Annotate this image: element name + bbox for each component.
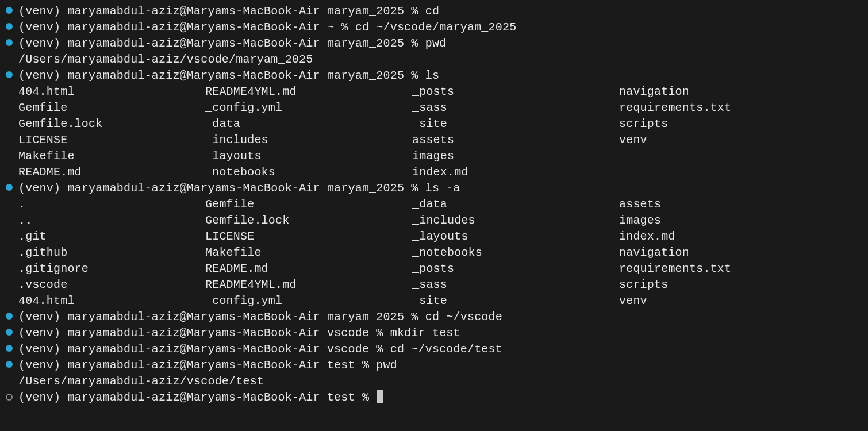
- ls-row: ..Gemfile.lock_includesimages: [18, 213, 868, 229]
- command-text: mkdir test: [390, 326, 460, 340]
- ls-item: venv: [619, 132, 868, 148]
- command-text: pwd: [425, 37, 447, 50]
- ls-row: .vscodeREADME4YML.md_sassscripts: [18, 277, 868, 293]
- ls-row: 404.html_config.yml_sitevenv: [18, 293, 868, 309]
- output-text: /Users/maryamabdul-aziz/vscode/test: [18, 375, 264, 388]
- output-line: /Users/maryamabdul-aziz/vscode/maryam_20…: [0, 52, 868, 68]
- command-line: (venv) maryamabdul-aziz@Maryams-MacBook-…: [0, 68, 868, 84]
- ls-item: _config.yml: [205, 293, 412, 309]
- status-success-icon: [6, 184, 13, 191]
- cursor[interactable]: [377, 390, 383, 403]
- shell-prompt: (venv) maryamabdul-aziz@Maryams-MacBook-…: [18, 5, 425, 18]
- ls-item: requirements.txt: [619, 261, 868, 277]
- ls-row: .gitignoreREADME.md_postsrequirements.tx…: [18, 261, 868, 277]
- ls-item: README4YML.md: [205, 277, 412, 293]
- ls-item: 404.html: [18, 84, 205, 100]
- command-line: (venv) maryamabdul-aziz@Maryams-MacBook-…: [0, 390, 868, 406]
- ls-item: _posts: [412, 84, 619, 100]
- ls-row: 404.htmlREADME4YML.md_postsnavigation: [18, 84, 868, 100]
- ls-item: README.md: [205, 261, 412, 277]
- ls-item: _data: [205, 116, 412, 132]
- ls-item: scripts: [619, 277, 868, 293]
- shell-prompt: (venv) maryamabdul-aziz@Maryams-MacBook-…: [18, 21, 355, 34]
- command-text: cd ~/vscode/maryam_2025: [355, 21, 517, 34]
- ls-item: _posts: [412, 261, 619, 277]
- status-success-icon: [6, 329, 13, 336]
- ls-item: _layouts: [412, 229, 619, 245]
- ls-item: navigation: [619, 84, 868, 100]
- command-text: ls -a: [425, 182, 460, 195]
- ls-row: .Gemfile_dataassets: [18, 197, 868, 213]
- command-line: (venv) maryamabdul-aziz@Maryams-MacBook-…: [0, 3, 868, 20]
- command-line: (venv) maryamabdul-aziz@Maryams-MacBook-…: [0, 36, 868, 52]
- status-success-icon: [6, 39, 13, 46]
- ls-row: Makefile_layoutsimages: [18, 148, 868, 164]
- ls-item: _sass: [412, 277, 619, 293]
- ls-item: scripts: [619, 116, 868, 132]
- ls-item: README.md: [18, 164, 205, 180]
- ls-item: _sass: [412, 100, 619, 116]
- shell-prompt: (venv) maryamabdul-aziz@Maryams-MacBook-…: [18, 343, 390, 356]
- ls-row: Gemfile.lock_data_sitescripts: [18, 116, 868, 132]
- ls-item: requirements.txt: [619, 100, 868, 116]
- ls-item: _site: [412, 293, 619, 309]
- ls-item: images: [619, 213, 868, 229]
- ls-item: _data: [412, 197, 619, 213]
- ls-item: README4YML.md: [205, 84, 412, 100]
- ls-item: assets: [619, 197, 868, 213]
- command-line: (venv) maryamabdul-aziz@Maryams-MacBook-…: [0, 180, 868, 197]
- command-line: (venv) maryamabdul-aziz@Maryams-MacBook-…: [0, 20, 868, 36]
- ls-item: assets: [412, 132, 619, 148]
- status-success-icon: [6, 23, 13, 30]
- ls-item: Gemfile.lock: [18, 116, 205, 132]
- ls-item: navigation: [619, 245, 868, 261]
- shell-prompt: (venv) maryamabdul-aziz@Maryams-MacBook-…: [18, 326, 390, 340]
- command-text: pwd: [376, 359, 397, 372]
- ls-item: images: [412, 148, 619, 164]
- ls-item: index.md: [619, 229, 868, 245]
- ls-item: index.md: [412, 164, 619, 180]
- ls-item: Gemfile: [18, 100, 205, 116]
- command-line: (venv) maryamabdul-aziz@Maryams-MacBook-…: [0, 309, 868, 325]
- shell-prompt: (venv) maryamabdul-aziz@Maryams-MacBook-…: [18, 182, 425, 195]
- command-text: cd ~/vscode: [425, 310, 502, 324]
- status-success-icon: [6, 71, 13, 78]
- shell-prompt: (venv) maryamabdul-aziz@Maryams-MacBook-…: [18, 310, 425, 324]
- shell-prompt: (venv) maryamabdul-aziz@Maryams-MacBook-…: [18, 69, 425, 82]
- ls-row: .githubMakefile_notebooksnavigation: [18, 245, 868, 261]
- ls-item: LICENSE: [205, 229, 412, 245]
- ls-item: _notebooks: [412, 245, 619, 261]
- ls-item: .github: [18, 245, 205, 261]
- status-success-icon: [6, 361, 13, 368]
- ls-row: .gitLICENSE_layoutsindex.md: [18, 229, 868, 245]
- ls-item: LICENSE: [18, 132, 205, 148]
- shell-prompt: (venv) maryamabdul-aziz@Maryams-MacBook-…: [18, 37, 425, 50]
- shell-prompt: (venv) maryamabdul-aziz@Maryams-MacBook-…: [18, 391, 376, 404]
- command-text: cd ~/vscode/test: [390, 343, 502, 356]
- ls-item: .git: [18, 229, 205, 245]
- command-text: ls: [425, 69, 439, 82]
- ls-row: LICENSE_includesassetsvenv: [18, 132, 868, 148]
- ls-row: README.md_notebooksindex.md: [18, 164, 868, 180]
- status-success-icon: [6, 313, 13, 320]
- terminal-output[interactable]: (venv) maryamabdul-aziz@Maryams-MacBook-…: [0, 0, 868, 406]
- ls-row: Gemfile_config.yml_sassrequirements.txt: [18, 100, 868, 116]
- ls-item: _includes: [412, 213, 619, 229]
- ls-item: _site: [412, 116, 619, 132]
- ls-item: venv: [619, 293, 868, 309]
- ls-item: ..: [18, 213, 205, 229]
- ls-item: _layouts: [205, 148, 412, 164]
- ls-item: _config.yml: [205, 100, 412, 116]
- ls-item: [619, 164, 868, 180]
- output-text: /Users/maryamabdul-aziz/vscode/maryam_20…: [18, 53, 313, 66]
- status-success-icon: [6, 345, 13, 352]
- ls-item: _notebooks: [205, 164, 412, 180]
- status-success-icon: [6, 7, 13, 14]
- ls-item: 404.html: [18, 293, 205, 309]
- ls-item: Gemfile.lock: [205, 213, 412, 229]
- ls-item: Gemfile: [205, 197, 412, 213]
- ls-item: .: [18, 197, 205, 213]
- ls-item: [619, 148, 868, 164]
- ls-item: _includes: [205, 132, 412, 148]
- ls-item: Makefile: [18, 148, 205, 164]
